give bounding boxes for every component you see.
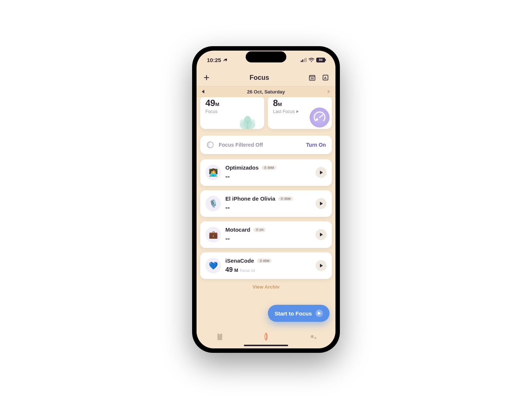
nav-focus[interactable] <box>261 332 271 341</box>
svg-point-18 <box>281 198 283 200</box>
focus-item-avatar: 🎙️ <box>205 196 221 211</box>
duration-pill: 30M <box>262 166 276 170</box>
moon-icon <box>206 141 214 149</box>
wifi-icon <box>308 57 314 63</box>
prev-day-button[interactable] <box>202 90 204 93</box>
calendar-button[interactable]: 26 <box>308 74 316 82</box>
focus-item-title: iSenaCode <box>225 258 254 264</box>
play-button[interactable] <box>316 260 327 271</box>
gauge-icon <box>310 108 330 127</box>
focus-item-avatar: 💼 <box>205 227 221 242</box>
start-focus-label: Start to Focus <box>274 310 312 317</box>
battery-icon: 89 <box>316 58 325 62</box>
focus-item-value: -- <box>225 235 316 243</box>
focus-item[interactable]: 🎙️El iPhone de Olivia30M-- <box>200 190 332 217</box>
focus-item[interactable]: 👩‍💻Optimizados30M-- <box>200 159 332 186</box>
status-time: 10:25 <box>207 57 221 63</box>
focus-item[interactable]: 💼Motocard1H-- <box>200 221 332 248</box>
last-focus-stat-card[interactable]: 8M Last Focus <box>268 97 332 129</box>
focus-item[interactable]: 💙iSenaCode45M49M Focus 1d <box>200 252 332 279</box>
svg-rect-27 <box>217 333 222 340</box>
focus-item-title: Motocard <box>225 226 250 233</box>
device-notch <box>246 51 286 62</box>
svg-rect-28 <box>218 332 221 334</box>
focus-item-avatar: 👩‍💻 <box>205 165 221 180</box>
start-focus-button[interactable]: Start to Focus <box>268 305 330 322</box>
duration-pill: 30M <box>278 197 293 201</box>
svg-point-21 <box>256 229 258 231</box>
signal-icon <box>301 58 307 62</box>
turn-on-button[interactable]: Turn On <box>306 142 326 148</box>
focus-item-title: El iPhone de Olivia <box>225 195 275 202</box>
lotus-icon <box>235 109 260 129</box>
focus-item-value: 49M Focus 1d <box>225 266 316 274</box>
home-indicator <box>244 345 288 346</box>
filter-status-label: Focus Filtered Off <box>219 142 263 148</box>
svg-line-13 <box>320 115 323 117</box>
leaf-icon <box>222 57 228 63</box>
focus-item-title: Optimizados <box>225 164 259 171</box>
current-date: 26 Oct, Saturday <box>247 89 285 95</box>
svg-point-12 <box>316 119 318 120</box>
focus-stat-card[interactable]: 49M Focus <box>200 97 264 129</box>
nav-settings[interactable] <box>307 332 317 341</box>
nav-clipboard[interactable] <box>215 332 225 341</box>
add-button[interactable] <box>202 74 211 82</box>
play-button[interactable] <box>316 198 327 209</box>
duration-pill: 45M <box>257 259 272 263</box>
date-navigator: 26 Oct, Saturday <box>197 86 335 97</box>
play-button[interactable] <box>316 229 327 240</box>
view-archived-link[interactable]: View Archiv <box>200 284 332 290</box>
page-title: Focus <box>249 74 269 82</box>
focus-item-value: -- <box>225 204 316 212</box>
next-day-button[interactable] <box>328 90 330 93</box>
stats-button[interactable] <box>321 74 330 82</box>
play-icon <box>316 310 323 317</box>
duration-pill: 1H <box>253 228 266 232</box>
focus-filter-card: Focus Filtered Off Turn On <box>200 136 332 154</box>
app-header: Focus 26 <box>197 69 335 86</box>
play-button[interactable] <box>316 167 327 178</box>
svg-point-24 <box>260 260 262 262</box>
focus-item-sub: Focus 1d <box>240 269 255 273</box>
focus-item-avatar: 💙 <box>205 258 221 273</box>
focus-item-value: -- <box>225 173 316 181</box>
